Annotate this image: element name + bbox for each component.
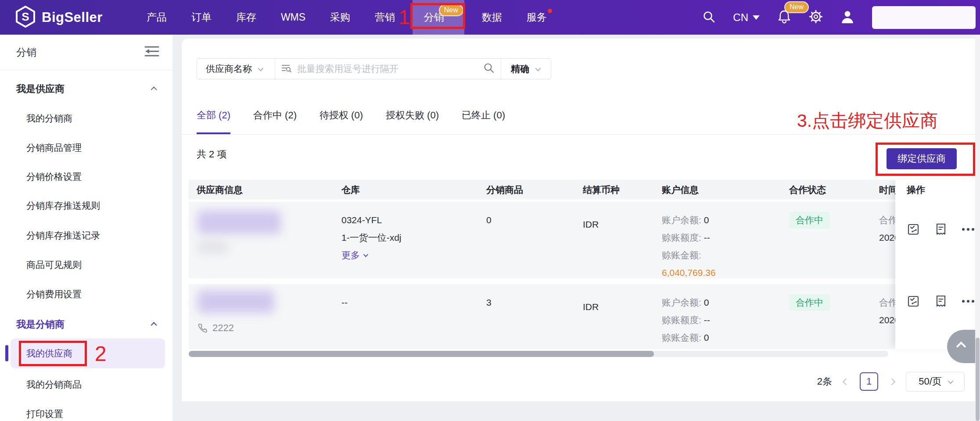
nav-item-orders[interactable]: 订单	[191, 11, 212, 24]
action-bind-icon[interactable]	[907, 223, 920, 236]
action-statement-icon[interactable]	[935, 295, 947, 308]
pagination-current-page[interactable]: 1	[860, 372, 878, 391]
sidebar-item-distribution-product-mgmt[interactable]: 分销商品管理	[0, 138, 172, 158]
language-label: CN	[733, 11, 748, 24]
header-warehouse: 仓库	[334, 184, 478, 196]
tab-auth-failed[interactable]: 授权失败 (0)	[386, 109, 439, 134]
action-bind-icon[interactable]	[907, 295, 920, 308]
credit-value: --	[704, 232, 710, 243]
search-icon[interactable]	[702, 10, 715, 25]
status-tabs: 全部 (2) 合作中 (2) 待授权 (0) 授权失败 (0) 已终止 (0)	[197, 109, 505, 134]
tab-all[interactable]: 全部 (2)	[197, 109, 230, 134]
sidebar-item-distribution-price[interactable]: 分销价格设置	[0, 167, 172, 187]
bigseller-logo-icon: S	[15, 6, 36, 29]
sidebar-title: 分销	[16, 46, 36, 59]
sidebar-section-distributor[interactable]: 我是分销商	[0, 314, 172, 335]
sidebar-item-stock-push-rules[interactable]: 分销库存推送规则	[0, 196, 172, 216]
warehouse-line: 1-一货一位-xdj	[341, 229, 478, 246]
horizontal-scrollbar-thumb[interactable]	[189, 351, 654, 357]
user-icon[interactable]	[840, 10, 854, 25]
tab-terminated[interactable]: 已终止 (0)	[462, 109, 505, 134]
match-mode-value: 精确	[511, 63, 529, 75]
sidebar-item-distribution-fees[interactable]: 分销费用设置	[0, 284, 172, 304]
nav-item-purchase[interactable]: 采购	[330, 11, 350, 24]
action-more-icon[interactable]	[962, 300, 974, 303]
annotation-step-3: 3.点击绑定供应商	[797, 109, 938, 133]
lang-caret-icon	[753, 15, 760, 20]
nav-item-wms[interactable]: WMS	[281, 11, 305, 23]
table-header-row: 供应商信息 仓库 分销商品 结算币种 账户信息 合作状态 时间	[189, 180, 980, 200]
balance-value: 0	[704, 215, 709, 225]
vertical-scrollbar	[975, 35, 980, 421]
match-mode-select[interactable]: 精确	[501, 59, 551, 79]
nav-right-tools: CN New	[702, 6, 976, 29]
sidebar-item-my-suppliers-active[interactable]: 我的供应商	[26, 339, 72, 368]
svg-text:S: S	[22, 10, 29, 23]
status-badge: 合作中	[789, 294, 830, 311]
nav-item-services[interactable]: 服务	[527, 11, 547, 24]
bind-supplier-button[interactable]: 绑定供应商	[887, 148, 957, 169]
row-actions	[907, 295, 974, 308]
nav-item-products[interactable]: 产品	[147, 11, 167, 24]
sidebar-section-supplier[interactable]: 我是供应商	[0, 79, 172, 99]
cell-distribution-products: 3	[478, 284, 575, 349]
action-statement-icon[interactable]	[935, 223, 947, 236]
cell-distribution-products: 0	[478, 202, 575, 278]
header-account-info: 账户信息	[654, 184, 781, 196]
language-selector[interactable]: CN	[733, 11, 760, 24]
select-caret-icon	[948, 378, 953, 384]
pager-prev-icon[interactable]	[844, 379, 848, 384]
nav-item-distribution-active[interactable]: 分销 New	[413, 0, 464, 35]
total-count: 共 2 项	[197, 144, 226, 165]
notifications-button[interactable]: New	[777, 9, 791, 26]
sidebar-item-product-visibility[interactable]: 商品可见规则	[0, 255, 172, 275]
section-title: 我是分销商	[16, 318, 65, 331]
sidebar-item-my-distribution-products[interactable]: 我的分销商品	[0, 375, 172, 395]
pagination: 2条 1 50/页	[817, 371, 965, 392]
debt-label: 赊账金额:	[662, 332, 701, 343]
warehouse-more-link[interactable]: 更多	[341, 246, 367, 264]
warehouse-line: 0324-YFL	[341, 211, 478, 229]
collapse-sidebar-icon[interactable]	[144, 45, 159, 59]
main-content: 供应商名称	[182, 39, 980, 401]
input-search-icon[interactable]	[483, 62, 495, 75]
search-input-wrap	[275, 59, 501, 79]
select-caret-icon	[258, 65, 264, 71]
vertical-scrollbar-thumb[interactable]	[976, 338, 980, 421]
pager-next-icon[interactable]	[890, 379, 894, 384]
row-actions	[907, 223, 974, 236]
sidebar-item-stock-push-records[interactable]: 分销库存推送记录	[0, 225, 172, 246]
nav-item-inventory[interactable]: 库存	[236, 11, 256, 24]
sidebar-item-my-distributors[interactable]: 我的分销商	[0, 108, 172, 128]
sidebar: 分销 我是供应商 我的分销商 分销商品管理 分销价格设置 分销库存推送规则 分销…	[0, 35, 172, 421]
cell-account-info: 账户余额: 0 赊账额度: -- 赊账金额: 6,040,769.36	[654, 202, 781, 278]
cell-warehouse: --	[334, 284, 478, 349]
header-actions: 操作	[895, 180, 980, 200]
gear-icon[interactable]	[809, 10, 823, 25]
search-field-select[interactable]: 供应商名称	[197, 59, 275, 79]
more-label: 更多	[341, 246, 360, 264]
nav-item-marketing[interactable]: 营销	[375, 11, 395, 24]
username-redacted	[872, 6, 976, 29]
page-size-select[interactable]: 50/页	[906, 372, 965, 392]
action-more-icon[interactable]	[962, 228, 974, 231]
table-row: 2222 -- 3 IDR 账户余额: 0 赊账额度: -- 赊账金额: 0 合…	[189, 284, 980, 349]
header-supplier-info: 供应商信息	[189, 184, 334, 196]
tab-pending-auth[interactable]: 待授权 (0)	[319, 109, 363, 134]
search-input[interactable]	[297, 64, 483, 74]
supplier-phone: 2222	[197, 319, 234, 337]
table-row: 0324-YFL 1-一货一位-xdj 更多 0 IDR 账户余额: 0 赊账额…	[189, 202, 980, 278]
cell-cooperation-status: 合作中	[781, 202, 871, 278]
credit-label: 赊账额度:	[662, 232, 701, 243]
nav-item-data[interactable]: 数据	[482, 11, 502, 24]
brand-logo[interactable]: S BigSeller	[15, 6, 103, 29]
batch-search-icon[interactable]	[281, 63, 292, 75]
sidebar-item-print-settings[interactable]: 打印设置	[0, 404, 172, 421]
page: S BigSeller 产品 订单 库存 WMS 采购 营销 1 分销 New …	[0, 0, 980, 421]
suppliers-table: 供应商信息 仓库 分销商品 结算币种 账户信息 合作状态 时间 0324-YFL…	[189, 180, 980, 353]
tab-cooperating[interactable]: 合作中 (2)	[253, 109, 297, 134]
search-field-value: 供应商名称	[206, 63, 252, 75]
status-badge: 合作中	[789, 212, 830, 228]
brand-name: BigSeller	[42, 10, 103, 25]
fixed-actions-column: 操作	[895, 180, 980, 349]
